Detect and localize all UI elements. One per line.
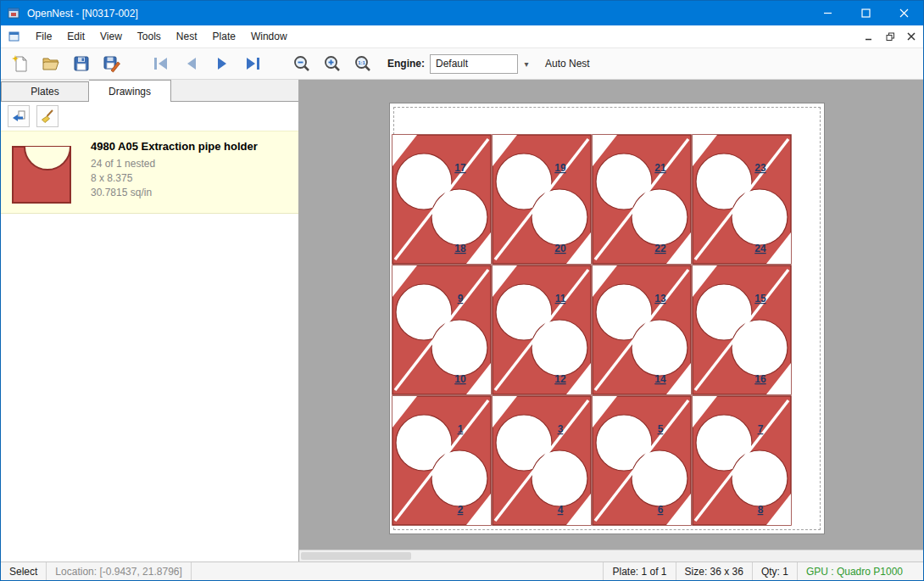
tab-plates[interactable]: Plates	[1, 81, 89, 102]
chevron-down-icon[interactable]: ▾	[520, 59, 533, 69]
drawing-item-info: 4980 A05 Extraction pipe holder 24 of 1 …	[91, 138, 258, 206]
child-restore-button[interactable]	[881, 28, 899, 45]
nest-canvas[interactable]: 171819202122232491011121314151612345678	[299, 80, 923, 550]
nested-part-pair[interactable]: 12	[392, 395, 492, 526]
zoom-out-icon	[292, 54, 311, 73]
minimize-icon	[823, 8, 832, 18]
go-last-button[interactable]	[240, 51, 265, 76]
menu-plate[interactable]: Plate	[205, 27, 243, 46]
back-arrow-icon	[11, 109, 26, 124]
part-number: 13	[654, 293, 666, 304]
part-number: 10	[454, 373, 466, 385]
save-button[interactable]	[69, 51, 94, 76]
title-bar[interactable]: OpenNest - [N0317-002]	[1, 1, 923, 25]
open-folder-icon	[42, 54, 60, 73]
go-previous-button[interactable]	[179, 51, 204, 76]
tab-drawings[interactable]: Drawings	[89, 80, 171, 102]
child-minimize-button[interactable]	[860, 28, 878, 45]
nested-part-pair[interactable]: 78	[692, 395, 792, 526]
nested-part-pair[interactable]: 2324	[692, 134, 792, 265]
nested-part-pair[interactable]: 34	[492, 395, 592, 526]
zoom-fit-button[interactable]: 1:1	[350, 51, 376, 76]
canvas-column: 171819202122232491011121314151612345678	[299, 80, 923, 561]
part-number: 11	[555, 293, 566, 304]
go-first-icon	[152, 54, 170, 73]
new-file-button[interactable]	[8, 51, 33, 76]
back-arrow-button[interactable]	[8, 105, 30, 127]
minimize-button[interactable]	[809, 1, 847, 25]
part-number: 24	[754, 243, 766, 254]
nested-part-pair[interactable]: 1718	[392, 134, 492, 265]
part-number: 21	[654, 162, 666, 174]
status-bar: Select Location: [-0.9437, 21.8796] Plat…	[1, 561, 923, 580]
canvas-horizontal-scrollbar[interactable]	[299, 550, 923, 561]
menu-nest[interactable]: Nest	[169, 27, 205, 46]
nested-part-pair[interactable]: 910	[392, 265, 492, 395]
maximize-button[interactable]	[847, 1, 885, 25]
part-number: 23	[754, 162, 766, 174]
clean-broom-icon	[40, 109, 55, 124]
drawing-area: 30.7815 sq/in	[91, 186, 258, 200]
drawing-nested-count: 24 of 1 nested	[91, 157, 258, 171]
engine-label: Engine:	[387, 58, 425, 70]
save-as-icon	[103, 54, 121, 73]
nested-part-pair[interactable]: 1314	[592, 265, 692, 395]
zoom-in-button[interactable]	[320, 51, 345, 76]
part-number: 9	[458, 293, 464, 304]
part-number: 12	[554, 373, 566, 385]
nested-part-pair[interactable]: 56	[592, 395, 692, 526]
menu-view[interactable]: View	[92, 27, 130, 46]
open-file-button[interactable]	[38, 51, 64, 76]
main-area: Plates Drawings	[1, 80, 923, 561]
drawing-size: 8 x 8.375	[91, 171, 258, 186]
status-separator	[191, 562, 192, 580]
child-close-button[interactable]	[902, 28, 921, 45]
status-location: Location: [-0.9437, 21.8796]	[47, 566, 190, 578]
nested-part-pair[interactable]: 1516	[692, 265, 792, 395]
nested-part-pair[interactable]: 2122	[592, 134, 692, 265]
menu-tools[interactable]: Tools	[130, 27, 169, 46]
nested-part-pair[interactable]: 1920	[492, 134, 592, 265]
part-number: 6	[658, 504, 664, 516]
resize-grip[interactable]	[911, 562, 923, 580]
drawing-title: 4980 A05 Extraction pipe holder	[91, 140, 258, 153]
part-number: 18	[454, 243, 466, 254]
save-icon	[72, 54, 91, 73]
clean-button[interactable]	[36, 105, 58, 127]
document-icon	[8, 30, 21, 43]
plate: 171819202122232491011121314151612345678	[389, 103, 825, 534]
child-restore-icon	[886, 32, 895, 42]
part-number: 19	[554, 162, 566, 174]
go-previous-icon	[182, 54, 201, 73]
scrollbar-thumb[interactable]	[301, 552, 411, 560]
part-number: 20	[554, 243, 566, 254]
tab-strip-filler	[171, 80, 298, 102]
save-as-button[interactable]	[99, 51, 125, 76]
status-qty: Qty: 1	[753, 566, 797, 578]
menu-bar: File Edit View Tools Nest Plate Window	[1, 25, 923, 47]
drawing-list-item[interactable]: 4980 A05 Extraction pipe holder 24 of 1 …	[1, 131, 298, 214]
window-title: OpenNest - [N0317-002]	[27, 8, 138, 20]
app-icon	[8, 7, 21, 20]
menu-file[interactable]: File	[28, 27, 59, 46]
engine-dropdown[interactable]: Default	[430, 54, 518, 74]
go-first-button[interactable]	[148, 51, 174, 76]
zoom-out-button[interactable]	[289, 51, 314, 76]
part-number: 16	[754, 373, 766, 385]
part-number: 7	[758, 423, 764, 435]
left-panel: Plates Drawings	[1, 80, 299, 561]
close-button[interactable]	[885, 1, 923, 25]
go-last-icon	[243, 54, 262, 73]
go-next-button[interactable]	[209, 51, 235, 76]
status-gpu: GPU : Quadro P1000	[798, 566, 911, 578]
menu-edit[interactable]: Edit	[59, 27, 92, 46]
nested-part-pair[interactable]: 1112	[492, 265, 592, 395]
auto-nest-button[interactable]: Auto Nest	[545, 58, 590, 70]
status-plate: Plate: 1 of 1	[604, 566, 675, 578]
menu-window[interactable]: Window	[243, 27, 295, 46]
drawings-list-empty-area	[1, 214, 298, 561]
part-number: 1	[458, 423, 464, 435]
zoom-fit-icon: 1:1	[353, 54, 372, 73]
zoom-in-icon	[323, 54, 342, 73]
maximize-icon	[861, 8, 871, 18]
